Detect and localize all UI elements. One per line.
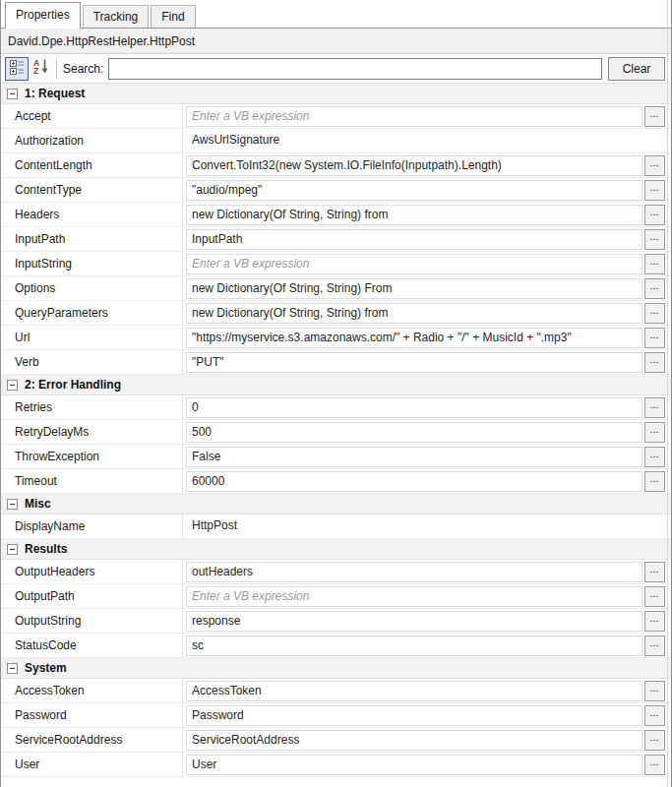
property-value[interactable]: "https://myservice.s3.amazonaws.com/" + …	[186, 328, 642, 348]
collapse-minus-icon[interactable]	[7, 663, 18, 674]
ellipsis-button[interactable]: ...	[644, 471, 665, 492]
collapse-minus-icon[interactable]	[7, 499, 18, 510]
ellipsis-button[interactable]: ...	[644, 106, 665, 127]
property-row: Retries 0 ...	[1, 395, 671, 420]
property-value[interactable]: Enter a VB expression	[186, 254, 642, 274]
property-value[interactable]: "audio/mpeg"	[186, 180, 642, 201]
property-row: Authorization AwsUrlSignature ...	[1, 129, 671, 153]
property-value-cell: HttpPost	[183, 515, 642, 538]
property-value[interactable]: 500	[186, 422, 642, 443]
property-label: Timeout	[1, 469, 183, 493]
property-value[interactable]: outHeaders	[186, 562, 642, 582]
property-label: OutputString	[1, 609, 183, 633]
property-row: ContentType "audio/mpeg" ...	[1, 178, 671, 203]
ellipsis-button[interactable]: ...	[644, 254, 665, 274]
collapse-minus-icon[interactable]	[7, 380, 18, 391]
collapse-minus-icon[interactable]	[7, 89, 18, 99]
category-header[interactable]: System	[1, 658, 671, 679]
ellipsis-button[interactable]: ...	[644, 328, 665, 348]
property-value[interactable]: Convert.ToInt32(new System.IO.FileInfo(I…	[186, 155, 642, 176]
property-value[interactable]: False	[186, 447, 642, 467]
ellipsis-button[interactable]: ...	[644, 352, 665, 373]
property-value[interactable]: new Dictionary(Of String, String) From	[186, 278, 642, 299]
categorized-view-button[interactable]	[5, 57, 29, 81]
property-row: Url "https://myservice.s3.amazonaws.com/…	[1, 326, 671, 350]
ellipsis-button[interactable]: ...	[644, 229, 665, 250]
category-header[interactable]: 1: Request	[1, 84, 671, 104]
property-value[interactable]: sc	[186, 636, 642, 656]
tab-tracking[interactable]: Tracking	[83, 5, 150, 28]
property-value[interactable]: AccessToken	[186, 681, 642, 701]
tab-properties-label: Properties	[16, 8, 70, 22]
category-header[interactable]: 2: Error Handling	[1, 375, 671, 395]
ellipsis-button[interactable]: ...	[644, 586, 665, 607]
property-label: Headers	[1, 203, 183, 226]
panel-right-edge	[667, 0, 668, 787]
property-value[interactable]: 60000	[186, 471, 642, 492]
ellipsis-button[interactable]: ...	[644, 397, 665, 418]
property-row: Timeout 60000 ...	[1, 469, 671, 494]
property-value[interactable]: ServiceRootAddress	[186, 730, 642, 751]
activity-type-title: David.Dpe.HttpRestHelper.HttpPost	[8, 34, 195, 48]
ellipsis-button[interactable]: ...	[644, 681, 665, 701]
property-label: AccessToken	[1, 679, 183, 702]
activity-type-titlebar: David.Dpe.HttpRestHelper.HttpPost	[1, 29, 671, 54]
property-value[interactable]: Enter a VB expression	[186, 106, 642, 127]
property-value[interactable]: "PUT"	[186, 352, 642, 373]
ellipsis-button[interactable]: ...	[644, 278, 665, 299]
property-row: AccessToken AccessToken ...	[1, 679, 671, 703]
property-value[interactable]: InputPath	[186, 229, 642, 250]
sort-alphabetical-button[interactable]: A Z	[29, 57, 52, 81]
category-header[interactable]: Misc	[1, 494, 671, 515]
ellipsis-button[interactable]: ...	[644, 705, 665, 726]
ellipsis-button[interactable]: ...	[644, 155, 665, 176]
ellipsis-button[interactable]: ...	[644, 422, 665, 443]
property-value-cell: outHeaders	[183, 560, 642, 583]
ellipsis-button[interactable]: ...	[644, 636, 665, 656]
ellipsis-button[interactable]: ...	[644, 303, 665, 324]
property-value[interactable]: Enter a VB expression	[186, 586, 642, 607]
property-row: OutputPath Enter a VB expression ...	[1, 584, 671, 609]
property-row: QueryParameters new Dictionary(Of String…	[1, 301, 671, 326]
property-value-cell: AccessToken	[183, 679, 642, 702]
property-label: OutputHeaders	[1, 560, 183, 583]
property-row: DisplayName HttpPost ...	[1, 515, 671, 539]
tab-find[interactable]: Find	[151, 5, 195, 28]
property-label: RetryDelayMs	[1, 420, 183, 444]
ellipsis-button[interactable]: ...	[644, 447, 665, 467]
category-header[interactable]: Results	[1, 539, 671, 560]
clear-search-button[interactable]: Clear	[608, 57, 665, 81]
property-value[interactable]: User	[186, 755, 642, 775]
property-label: Retries	[1, 395, 183, 419]
property-value-cell: new Dictionary(Of String, String) from	[183, 301, 642, 325]
property-value[interactable]: new Dictionary(Of String, String) from	[186, 303, 642, 324]
property-value[interactable]: 0	[186, 397, 642, 418]
property-label: Url	[1, 326, 183, 349]
tab-properties[interactable]: Properties	[5, 2, 81, 29]
categorized-view-icon	[9, 59, 25, 79]
property-label: Options	[1, 276, 183, 300]
property-label: Password	[1, 703, 183, 727]
property-value-cell: 0	[183, 395, 642, 419]
search-input[interactable]	[108, 58, 602, 80]
property-grid: 1: Request Accept Enter a VB expression …	[1, 84, 671, 777]
svg-text:Z: Z	[33, 66, 38, 75]
property-row: OutputString response ...	[1, 609, 671, 634]
property-value[interactable]: Password	[186, 705, 642, 726]
ellipsis-button[interactable]: ...	[644, 730, 665, 751]
property-value[interactable]: response	[186, 611, 642, 632]
ellipsis-button[interactable]: ...	[644, 180, 665, 201]
property-value-cell: "PUT"	[183, 350, 642, 374]
ellipsis-button[interactable]: ...	[644, 205, 665, 225]
property-value-cell: InputPath	[183, 227, 642, 251]
ellipsis-button[interactable]: ...	[644, 562, 665, 582]
property-row: RetryDelayMs 500 ...	[1, 420, 671, 445]
property-value-cell: ServiceRootAddress	[183, 728, 642, 752]
ellipsis-button[interactable]: ...	[644, 755, 665, 775]
property-value[interactable]: new Dictionary(Of String, String) from	[186, 205, 642, 225]
property-row: InputPath InputPath ...	[1, 227, 671, 252]
collapse-minus-icon[interactable]	[7, 544, 18, 555]
property-row: ServiceRootAddress ServiceRootAddress ..…	[1, 728, 671, 753]
ellipsis-button[interactable]: ...	[644, 611, 665, 632]
property-value-cell: User	[183, 753, 642, 776]
